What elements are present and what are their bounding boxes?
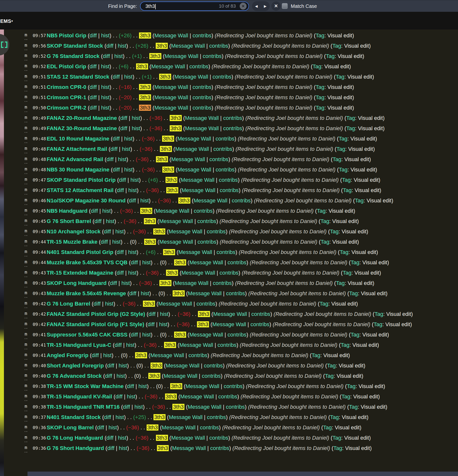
diff-link[interactable]: diff — [113, 136, 120, 142]
contribs-link[interactable]: contribs — [226, 404, 245, 410]
contribs-link[interactable]: contribs — [210, 445, 229, 451]
diff-link[interactable]: diff — [106, 435, 113, 441]
diff-link[interactable]: diff — [90, 84, 97, 90]
search-match-username[interactable]: 3th3 — [174, 332, 186, 338]
page-link[interactable]: FANAZ Advanced Rail — [47, 156, 103, 162]
diff-link[interactable]: diff — [113, 167, 120, 173]
page-link[interactable]: NB5 30 Round Magazine — [47, 167, 109, 173]
page-link[interactable]: N10 Archangel Stock — [47, 228, 100, 235]
tag-link[interactable]: Tag — [336, 146, 345, 152]
message-wall-link[interactable]: Message Wall — [178, 167, 211, 173]
hist-link[interactable]: hist — [101, 94, 110, 100]
contribs-link[interactable]: contribs — [207, 228, 226, 235]
search-match-username[interactable]: 3th3 — [160, 146, 172, 152]
diff-link[interactable]: diff — [105, 373, 112, 379]
message-wall-link[interactable]: Message Wall — [154, 94, 188, 100]
contribs-link[interactable]: contribs — [196, 301, 215, 307]
search-match-username[interactable]: 3th3 — [164, 342, 176, 348]
tag-link[interactable]: Tag — [319, 301, 328, 307]
find-input[interactable]: 3th3 10 of 83 × — [140, 1, 249, 11]
message-wall-link[interactable]: Message Wall — [189, 259, 223, 266]
message-wall-link[interactable]: Message Wall — [181, 177, 214, 183]
diff-link[interactable]: diff — [97, 424, 104, 431]
page-link[interactable]: SKOP Long Handguard — [47, 280, 107, 286]
contribs-link[interactable]: contribs — [193, 84, 211, 90]
search-match-username[interactable]: 3th3 — [148, 373, 160, 379]
diff-link[interactable]: diff — [115, 342, 122, 348]
contribs-link[interactable]: contribs — [227, 332, 246, 338]
page-link[interactable]: SKOP Standard Stock — [47, 43, 103, 49]
page-link[interactable]: TR-15 Extended Magazine — [47, 270, 113, 276]
diff-link[interactable]: diff — [107, 363, 114, 369]
hist-link[interactable]: hist — [114, 53, 123, 59]
page-link[interactable]: EDL 10 Round Magazine — [47, 136, 109, 142]
page-link[interactable]: TR-15 WM Stock War Machine — [47, 383, 124, 389]
contribs-link[interactable]: contribs — [213, 146, 232, 152]
contribs-link[interactable]: contribs — [193, 105, 211, 111]
diff-link[interactable]: diff — [107, 156, 114, 162]
message-wall-link[interactable]: Message Wall — [154, 32, 188, 39]
search-match-username[interactable]: 3th3 — [156, 43, 168, 49]
page-link[interactable]: SKOP Long Barrel — [47, 424, 94, 431]
contribs-link[interactable]: contribs — [188, 352, 207, 358]
page-link[interactable]: Crimson CPR-2 — [47, 105, 86, 111]
message-wall-link[interactable]: Message Wall — [186, 383, 219, 389]
tag-link[interactable]: Tag — [320, 218, 329, 224]
hist-link[interactable]: hist — [128, 270, 137, 276]
page-link[interactable]: TR-15 Handguard TNR MT16 — [47, 404, 120, 410]
message-wall-link[interactable]: Message Wall — [175, 280, 208, 286]
hist-link[interactable]: hist — [130, 177, 139, 183]
contribs-link[interactable]: contribs — [202, 373, 221, 379]
diff-link[interactable]: diff — [148, 311, 155, 317]
contribs-link[interactable]: contribs — [226, 290, 245, 296]
diff-link[interactable]: diff — [120, 125, 127, 131]
page-link[interactable]: FANAZ Standard Pistol Grip (F1 Style) — [47, 321, 144, 327]
contribs-link[interactable]: contribs — [209, 43, 228, 49]
contribs-link[interactable]: contribs — [200, 424, 219, 431]
tag-link[interactable]: Tag — [317, 208, 325, 214]
hist-link[interactable]: hist — [139, 383, 147, 389]
tag-link[interactable]: Tag — [374, 321, 382, 327]
hist-link[interactable]: hist — [126, 342, 135, 348]
page-link[interactable]: FANAZ Attachment Rail — [47, 146, 107, 152]
diff-link[interactable]: diff — [104, 228, 111, 235]
hist-link[interactable]: hist — [112, 239, 121, 245]
hist-link[interactable]: hist — [118, 43, 126, 49]
diff-link[interactable]: diff — [107, 445, 114, 451]
contribs-link[interactable]: contribs — [213, 280, 232, 286]
message-wall-link[interactable]: Message Wall — [174, 74, 208, 80]
tag-link[interactable]: Tag — [313, 63, 321, 70]
message-wall-link[interactable]: Message Wall — [150, 352, 184, 358]
page-link[interactable]: TR-15 Handguard Lyua-C — [47, 342, 111, 348]
diff-link[interactable]: diff — [94, 301, 101, 307]
contribs-link[interactable]: contribs — [193, 94, 211, 100]
diff-link[interactable]: diff — [127, 383, 134, 389]
search-match-username[interactable]: 3th3 — [149, 53, 161, 59]
diff-link[interactable]: diff — [120, 115, 127, 121]
page-link[interactable]: G 76 Short Handguard — [47, 445, 104, 451]
message-wall-link[interactable]: Message Wall — [154, 84, 188, 90]
page-link[interactable]: SKOP Standard Pistol Grip — [47, 177, 116, 183]
tag-link[interactable]: Tag — [326, 53, 334, 59]
message-wall-link[interactable]: Message Wall — [212, 321, 246, 327]
hist-link[interactable]: hist — [124, 74, 132, 80]
diff-link[interactable]: diff — [129, 197, 136, 204]
page-link[interactable]: STAS 12 Standard Stock — [47, 74, 109, 80]
search-match-username[interactable]: 3th3 — [162, 167, 174, 173]
search-match-username[interactable]: 3th3 — [166, 187, 178, 193]
hist-link[interactable]: hist — [134, 404, 143, 410]
diff-link[interactable]: diff — [101, 239, 108, 245]
contribs-link[interactable]: contribs — [197, 239, 216, 245]
message-wall-link[interactable]: Message Wall — [151, 63, 185, 70]
contribs-link[interactable]: contribs — [216, 167, 235, 173]
message-wall-link[interactable]: Message Wall — [188, 404, 221, 410]
diff-link[interactable]: diff — [91, 208, 98, 214]
page-link[interactable]: G 76 Long Handguard — [47, 435, 103, 441]
tag-link[interactable]: Tag — [336, 280, 345, 286]
search-match-username[interactable]: 3th3 — [197, 321, 209, 327]
message-wall-link[interactable]: Message Wall — [180, 393, 214, 400]
hist-link[interactable]: hist — [128, 187, 137, 193]
message-wall-link[interactable]: Message Wall — [169, 414, 202, 420]
hist-link[interactable]: hist — [124, 136, 132, 142]
tag-link[interactable]: Tag — [323, 424, 332, 431]
